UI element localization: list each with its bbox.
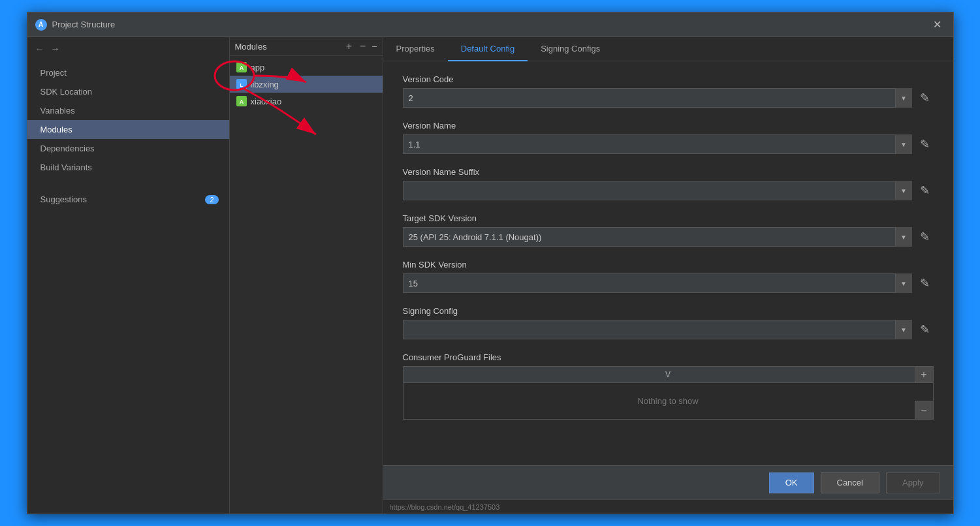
left-nav-items: Project SDK Location Variables Modules D…	[27, 61, 229, 179]
signing-config-select-wrapper: ▼	[403, 320, 912, 339]
form-content: Version Code ▼ ✎ Version Name	[383, 61, 953, 465]
target-sdk-version-input-row: ▼ ✎	[403, 227, 934, 247]
signing-config-edit-button[interactable]: ✎	[916, 322, 934, 337]
module-item-xiaoxiao[interactable]: A xiaoxiao	[230, 93, 383, 110]
modules-header-actions: + − −	[344, 41, 377, 52]
signing-config-input-row: ▼ ✎	[403, 320, 934, 339]
tab-properties[interactable]: Properties	[383, 37, 448, 61]
target-sdk-version-edit-button[interactable]: ✎	[916, 230, 934, 244]
version-name-suffix-label: Version Name Suffix	[403, 167, 934, 177]
tab-default-config[interactable]: Default Config	[448, 37, 528, 61]
version-name-suffix-edit-button[interactable]: ✎	[916, 183, 934, 198]
version-name-suffix-input-row: ▼ ✎	[403, 181, 934, 200]
consumer-proguard-label: Consumer ProGuard Files	[403, 352, 934, 362]
tab-signing-configs[interactable]: Signing Configs	[528, 37, 613, 61]
signing-config-input[interactable]	[403, 320, 912, 339]
consumer-proguard-header: V +	[403, 367, 933, 383]
consumer-proguard-add-button[interactable]: +	[915, 367, 933, 382]
version-name-input[interactable]	[403, 134, 912, 154]
signing-config-dropdown-arrow[interactable]: ▼	[895, 320, 912, 339]
modules-list: A app L libzxing	[230, 56, 383, 514]
add-module-button[interactable]: +	[344, 41, 354, 52]
forward-arrow-icon[interactable]: →	[50, 42, 61, 55]
sidebar-item-variables[interactable]: Variables	[27, 101, 229, 120]
sidebar-item-suggestions[interactable]: Suggestions 2	[27, 190, 229, 209]
nav-arrows: ← →	[27, 37, 229, 61]
svg-text:A: A	[239, 65, 244, 71]
sidebar-item-dependencies[interactable]: Dependencies	[27, 139, 229, 158]
target-sdk-version-label: Target SDK Version	[403, 213, 934, 223]
version-name-dropdown-arrow[interactable]: ▼	[895, 134, 912, 154]
cancel-button[interactable]: Cancel	[821, 472, 879, 493]
app-icon: A	[35, 19, 47, 31]
module-icon-xiaoxiao: A	[236, 96, 247, 106]
min-sdk-version-input[interactable]	[403, 273, 912, 293]
suggestions-section: Suggestions 2	[27, 190, 229, 209]
version-name-edit-button[interactable]: ✎	[916, 137, 934, 151]
min-sdk-version-dropdown-arrow[interactable]: ▼	[895, 273, 912, 293]
module-item-libzxing[interactable]: L libzxing	[230, 76, 383, 93]
url-text: https://blog.csdn.net/qq_41237503	[390, 503, 500, 511]
target-sdk-version-input[interactable]	[403, 227, 912, 247]
module-item-app[interactable]: A app	[230, 59, 383, 76]
sidebar-item-project[interactable]: Project	[27, 63, 229, 82]
left-sidebar: ← → Project SDK Location Variables Modul…	[27, 37, 230, 514]
suggestions-badge: 2	[205, 195, 218, 204]
sidebar-item-sdk-location[interactable]: SDK Location	[27, 82, 229, 101]
signing-config-label: Signing Config	[403, 306, 934, 316]
tabs-bar: Properties Default Config Signing Config…	[383, 37, 953, 61]
version-name-input-row: ▼ ✎	[403, 134, 934, 154]
version-name-suffix-row: Version Name Suffix ▼ ✎	[403, 167, 934, 200]
version-name-suffix-select-wrapper: ▼	[403, 181, 912, 200]
remove-module-button[interactable]: −	[358, 41, 368, 52]
min-sdk-version-row: Min SDK Version ▼ ✎	[403, 260, 934, 293]
module-icon-app: A	[236, 62, 247, 72]
target-sdk-version-row: Target SDK Version ▼ ✎	[403, 213, 934, 247]
minimize-modules-button[interactable]: −	[371, 41, 377, 52]
module-label-xiaoxiao: xiaoxiao	[251, 97, 282, 106]
consumer-proguard-column-v: V	[665, 370, 671, 379]
version-code-dropdown-arrow[interactable]: ▼	[895, 88, 912, 108]
url-bar: https://blog.csdn.net/qq_41237503	[383, 499, 953, 514]
consumer-proguard-row: Consumer ProGuard Files V + Nothing to s…	[403, 352, 934, 420]
version-name-label: Version Name	[403, 121, 934, 131]
svg-text:A: A	[239, 99, 244, 105]
version-code-input[interactable]	[403, 88, 912, 108]
modules-panel-header: Modules + − −	[230, 37, 383, 56]
target-sdk-version-select-wrapper: ▼	[403, 227, 912, 247]
apply-button[interactable]: Apply	[886, 472, 940, 493]
version-code-edit-button[interactable]: ✎	[916, 91, 934, 105]
bottom-bar: OK Cancel Apply	[383, 465, 953, 499]
module-icon-libzxing: L	[236, 79, 247, 89]
min-sdk-version-select-wrapper: ▼	[403, 273, 912, 293]
sidebar-item-build-variants[interactable]: Build Variants	[27, 158, 229, 177]
dialog-title: Project Structure	[52, 20, 929, 29]
version-name-suffix-dropdown-arrow[interactable]: ▼	[895, 181, 912, 200]
modules-panel: Modules + − − A	[230, 37, 383, 514]
close-button[interactable]: ✕	[929, 17, 945, 32]
version-code-input-row: ▼ ✎	[403, 88, 934, 108]
version-name-suffix-input[interactable]	[403, 181, 912, 200]
version-code-row: Version Code ▼ ✎	[403, 74, 934, 108]
version-code-label: Version Code	[403, 74, 934, 84]
suggestions-label: Suggestions	[40, 194, 87, 204]
modules-panel-title: Modules	[235, 42, 267, 52]
signing-config-row: Signing Config ▼ ✎	[403, 306, 934, 339]
back-arrow-icon[interactable]: ←	[34, 42, 46, 55]
min-sdk-version-input-row: ▼ ✎	[403, 273, 934, 293]
consumer-proguard-empty-text: Nothing to show	[637, 396, 698, 406]
module-label-libzxing: libzxing	[251, 80, 279, 89]
consumer-proguard-remove-button[interactable]: −	[915, 401, 933, 419]
ok-button[interactable]: OK	[769, 472, 814, 493]
version-name-select-wrapper: ▼	[403, 134, 912, 154]
consumer-proguard-container: V + Nothing to show −	[403, 366, 934, 420]
version-code-select-wrapper: ▼	[403, 88, 912, 108]
version-name-row: Version Name ▼ ✎	[403, 121, 934, 154]
consumer-proguard-body: Nothing to show	[403, 383, 933, 419]
right-panel: Properties Default Config Signing Config…	[383, 37, 953, 514]
module-label-app: app	[251, 63, 265, 72]
min-sdk-version-edit-button[interactable]: ✎	[916, 276, 934, 290]
min-sdk-version-label: Min SDK Version	[403, 260, 934, 270]
target-sdk-version-dropdown-arrow[interactable]: ▼	[895, 227, 912, 247]
sidebar-item-modules[interactable]: Modules	[27, 120, 229, 139]
